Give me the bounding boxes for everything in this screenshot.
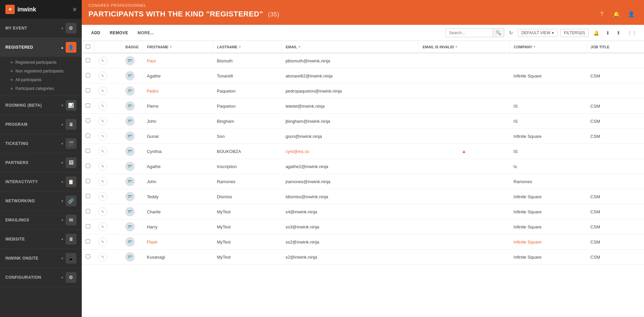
search-input[interactable] — [446, 29, 493, 37]
edit-button[interactable]: ✎ — [99, 237, 107, 246]
row-checkbox[interactable] — [86, 239, 90, 244]
sidebar-section-partners: PARTNERS ▾ 🖼 — [0, 153, 82, 172]
sidebar-item-non-registered-participants[interactable]: Non registered participants — [0, 67, 82, 75]
sidebar-item-networking[interactable]: NETWORKING ▾ 🔗 — [0, 192, 82, 210]
download-icon: ⬇ — [606, 30, 610, 36]
sidebar-item-emailings[interactable]: EMAILINGS ▾ ✉ — [0, 211, 82, 229]
sidebar-section-inwink-onsite: INWINK ONSITE ▾ 📱 — [0, 249, 82, 268]
notifications-button[interactable]: 🔔 — [610, 8, 623, 20]
sidebar-item-participant-categories[interactable]: Participant categories — [0, 84, 82, 93]
th-job-title-label: JOB TITLE — [591, 45, 609, 49]
company-link[interactable]: Infinite Square — [514, 240, 542, 245]
sidebar-section-configuration: CONFIGURATION ▾ ⚙ — [0, 268, 82, 287]
email-value: s4@inwink.ninja — [285, 209, 317, 214]
th-badge[interactable]: BADGE — [121, 41, 143, 53]
hamburger-icon[interactable]: ≡ — [73, 6, 76, 13]
row-checkbox[interactable] — [86, 209, 90, 213]
row-checkbox[interactable] — [86, 149, 90, 153]
sidebar-item-configuration[interactable]: CONFIGURATION ▾ ⚙ — [0, 268, 82, 287]
row-checkbox[interactable] — [86, 88, 90, 93]
refresh-button[interactable]: ↻ — [507, 29, 515, 37]
th-email-invalid[interactable]: EMAIL IS INVALID ▾ — [418, 41, 510, 53]
search-button[interactable]: 🔍 — [493, 29, 504, 37]
sidebar-item-interactivity[interactable]: INTERACTIVITY ▾ 📋 — [0, 172, 82, 191]
company-value: Infinite Square — [514, 224, 542, 229]
sidebar-item-inwink-onsite[interactable]: INWINK ONSITE ▾ 📱 — [0, 249, 82, 268]
dot-icon — [11, 61, 13, 63]
sidebar-item-ticketing[interactable]: TICKETING ▾ 🎬 — [0, 134, 82, 153]
row-checkbox[interactable] — [86, 103, 90, 108]
lastname-value: Bismuth — [217, 58, 233, 63]
edit-button[interactable]: ✎ — [99, 56, 107, 65]
firstname-link[interactable]: Flash — [147, 240, 157, 245]
sidebar-item-my-event[interactable]: MY EVENT ▾ ⚙ — [0, 19, 82, 38]
sidebar-item-partners[interactable]: PARTNERS ▾ 🖼 — [0, 153, 82, 172]
edit-button[interactable]: ✎ — [99, 253, 107, 261]
row-checkbox[interactable] — [86, 134, 90, 138]
badge-icon: 🪪 — [125, 177, 135, 186]
sidebar-item-registered[interactable]: REGISTERED ▴ 👤 — [0, 38, 82, 57]
select-all-checkbox[interactable] — [86, 44, 90, 49]
firstname-link[interactable]: Pedro — [147, 89, 158, 94]
table-row: ✎ 🪪AgatheTonarelliatonarelli2@inwink.nin… — [82, 68, 644, 84]
filters-button[interactable]: FILTERS(0) — [560, 29, 589, 37]
th-firstname[interactable]: FIRSTNAME ▾ — [143, 41, 213, 53]
row-checkbox[interactable] — [86, 118, 90, 123]
chevron-my-event: ▾ — [61, 27, 63, 30]
row-checkbox[interactable] — [86, 194, 90, 198]
download-button[interactable]: ⬇ — [604, 29, 612, 37]
firstname-value: John — [147, 119, 156, 124]
sidebar-item-website[interactable]: WEBSITE ▾ 🖥 — [0, 230, 82, 249]
sidebar-item-rooming[interactable]: ROOMING (BETA) ▾ 📊 — [0, 96, 82, 115]
company-value: Infinite Square — [514, 194, 542, 199]
row-checkbox[interactable] — [86, 58, 90, 62]
alert-button[interactable]: 🔔 — [591, 29, 601, 37]
help-button[interactable]: ? — [596, 8, 608, 20]
remove-button[interactable]: REMOVE — [106, 29, 132, 37]
table-row: ✎ 🪪HarryMyTestss3@inwink.ninjaInfinite S… — [82, 219, 644, 234]
edit-button[interactable]: ✎ — [99, 162, 107, 171]
firstname-link[interactable]: Paul — [147, 58, 155, 63]
sidebar-item-all-participants[interactable]: All participants — [0, 75, 82, 84]
edit-button[interactable]: ✎ — [99, 102, 107, 110]
row-checkbox[interactable] — [86, 179, 90, 183]
edit-button[interactable]: ✎ — [99, 71, 107, 80]
th-select-all[interactable] — [82, 41, 94, 53]
add-button[interactable]: ADD — [87, 29, 105, 37]
chevron-registered: ▴ — [61, 46, 63, 49]
edit-button[interactable]: ✎ — [99, 147, 107, 156]
th-email[interactable]: EMAIL ▾ — [281, 41, 418, 53]
sidebar-item-registered-participants[interactable]: Registered participants — [0, 58, 82, 67]
row-checkbox[interactable] — [86, 254, 90, 259]
refresh-icon: ↻ — [509, 30, 513, 36]
user-profile-button[interactable]: 👤 — [625, 8, 637, 20]
lastname-value: Dismiss — [217, 194, 232, 199]
job-title-value: CSM — [590, 240, 600, 245]
dot-icon — [11, 88, 13, 90]
row-checkbox[interactable] — [86, 73, 90, 77]
columns-button[interactable]: ⋮⋮ — [625, 29, 639, 37]
table-row: ✎ 🪪TeddyDismisstdismiss@inwink.ninjaInfi… — [82, 189, 644, 204]
job-title-value: CSM — [590, 134, 600, 139]
configuration-icon: ⚙ — [66, 272, 76, 283]
edit-button[interactable]: ✎ — [99, 117, 107, 125]
edit-button[interactable]: ✎ — [99, 222, 107, 231]
firstname-value: Gunar — [147, 134, 159, 139]
upload-button[interactable]: ⬆ — [615, 29, 623, 37]
sidebar-label-my-event: MY EVENT — [5, 26, 27, 31]
row-checkbox[interactable] — [86, 164, 90, 168]
row-checkbox[interactable] — [86, 224, 90, 228]
th-lastname[interactable]: LASTNAME ▾ — [213, 41, 281, 53]
job-title-value: CSM — [590, 224, 600, 229]
page-title: PARTICIPANTS WITH THE KIND "REGISTERED" … — [88, 10, 279, 18]
th-company[interactable]: COMPANY ▾ — [510, 41, 587, 53]
lastname-value: MyTest — [217, 209, 231, 214]
edit-button[interactable]: ✎ — [99, 192, 107, 201]
more-button[interactable]: MORE... — [134, 29, 158, 37]
edit-button[interactable]: ✎ — [99, 132, 107, 141]
edit-button[interactable]: ✎ — [99, 87, 107, 95]
edit-button[interactable]: ✎ — [99, 177, 107, 186]
sidebar-item-program[interactable]: PROGRAM ▾ 🖥 — [0, 115, 82, 134]
default-view-button[interactable]: DEFAULT VIEW ▾ — [518, 29, 558, 37]
edit-button[interactable]: ✎ — [99, 207, 107, 216]
